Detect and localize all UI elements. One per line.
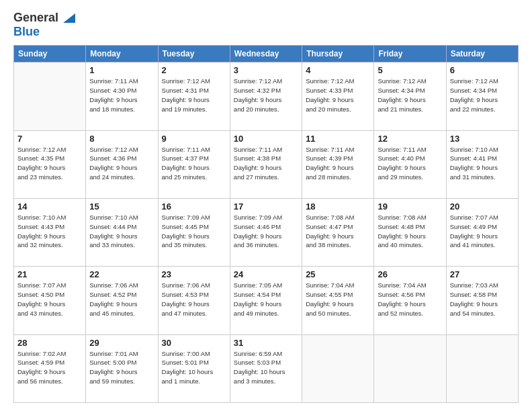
calendar-cell: 31Sunrise: 6:59 AMSunset: 5:03 PMDayligh… [230,334,302,402]
calendar-cell [374,334,446,402]
day-info: Sunrise: 7:07 AMSunset: 4:49 PMDaylight:… [450,213,515,250]
calendar-cell: 29Sunrise: 7:01 AMSunset: 5:00 PMDayligh… [86,334,158,402]
day-number: 29 [89,338,154,348]
calendar-cell: 21Sunrise: 7:07 AMSunset: 4:50 PMDayligh… [14,267,86,334]
day-number: 23 [162,269,226,279]
calendar-cell: 13Sunrise: 7:10 AMSunset: 4:41 PMDayligh… [446,130,518,198]
calendar-cell [14,62,86,130]
day-number: 4 [306,65,370,75]
day-number: 15 [89,201,154,212]
calendar-cell: 9Sunrise: 7:11 AMSunset: 4:37 PMDaylight… [158,130,230,198]
logo: General Blue [13,11,75,38]
day-number: 14 [17,201,82,212]
day-number: 24 [234,269,298,279]
day-info: Sunrise: 7:02 AMSunset: 4:59 PMDaylight:… [17,349,82,386]
day-info: Sunrise: 7:12 AMSunset: 4:35 PMDaylight:… [17,145,82,182]
calendar-cell: 4Sunrise: 7:12 AMSunset: 4:33 PMDaylight… [302,62,374,130]
day-info: Sunrise: 7:10 AMSunset: 4:44 PMDaylight:… [89,213,154,250]
day-number: 6 [450,65,515,75]
calendar-cell [446,334,518,402]
calendar-cell: 27Sunrise: 7:03 AMSunset: 4:58 PMDayligh… [446,267,518,334]
day-number: 3 [234,65,298,75]
day-info: Sunrise: 7:06 AMSunset: 4:52 PMDaylight:… [89,281,154,318]
day-number: 17 [234,201,298,212]
day-info: Sunrise: 7:00 AMSunset: 5:01 PMDaylight:… [162,349,226,386]
calendar-cell: 30Sunrise: 7:00 AMSunset: 5:01 PMDayligh… [158,334,230,402]
day-info: Sunrise: 7:12 AMSunset: 4:32 PMDaylight:… [234,77,298,113]
day-number: 2 [162,65,226,75]
calendar-cell: 11Sunrise: 7:11 AMSunset: 4:39 PMDayligh… [302,130,374,198]
calendar-cell: 25Sunrise: 7:04 AMSunset: 4:55 PMDayligh… [302,267,374,334]
day-number: 1 [89,65,154,75]
day-number: 8 [89,134,154,144]
calendar-cell: 7Sunrise: 7:12 AMSunset: 4:35 PMDaylight… [14,130,86,198]
day-number: 7 [17,134,82,144]
calendar-cell: 8Sunrise: 7:12 AMSunset: 4:36 PMDaylight… [86,130,158,198]
day-info: Sunrise: 7:05 AMSunset: 4:54 PMDaylight:… [234,281,298,318]
day-info: Sunrise: 6:59 AMSunset: 5:03 PMDaylight:… [234,349,298,386]
day-info: Sunrise: 7:03 AMSunset: 4:58 PMDaylight:… [450,281,515,318]
calendar-cell: 18Sunrise: 7:08 AMSunset: 4:47 PMDayligh… [302,199,374,267]
calendar-week-1: 1Sunrise: 7:11 AMSunset: 4:30 PMDaylight… [14,62,519,130]
calendar-cell: 24Sunrise: 7:05 AMSunset: 4:54 PMDayligh… [230,267,302,334]
weekday-header-wednesday: Wednesday [230,46,302,62]
day-number: 26 [378,269,442,279]
calendar-week-4: 21Sunrise: 7:07 AMSunset: 4:50 PMDayligh… [14,267,519,334]
day-number: 27 [450,269,515,279]
day-info: Sunrise: 7:07 AMSunset: 4:50 PMDaylight:… [17,281,82,318]
calendar-cell: 3Sunrise: 7:12 AMSunset: 4:32 PMDaylight… [230,62,302,130]
calendar-cell: 12Sunrise: 7:11 AMSunset: 4:40 PMDayligh… [374,130,446,198]
day-info: Sunrise: 7:11 AMSunset: 4:38 PMDaylight:… [234,145,298,182]
calendar-cell: 19Sunrise: 7:08 AMSunset: 4:48 PMDayligh… [374,199,446,267]
day-number: 21 [17,269,82,279]
day-info: Sunrise: 7:10 AMSunset: 4:43 PMDaylight:… [17,213,82,250]
calendar-week-2: 7Sunrise: 7:12 AMSunset: 4:35 PMDaylight… [14,130,519,198]
calendar-cell: 15Sunrise: 7:10 AMSunset: 4:44 PMDayligh… [86,199,158,267]
day-info: Sunrise: 7:06 AMSunset: 4:53 PMDaylight:… [162,281,226,318]
day-number: 28 [17,338,82,348]
day-number: 30 [162,338,226,348]
day-info: Sunrise: 7:12 AMSunset: 4:34 PMDaylight:… [378,77,442,113]
day-number: 25 [306,269,370,279]
day-number: 10 [234,134,298,144]
calendar-cell: 10Sunrise: 7:11 AMSunset: 4:38 PMDayligh… [230,130,302,198]
page: General Blue SundayMondayTuesdayWednesda… [0,0,532,411]
day-info: Sunrise: 7:08 AMSunset: 4:48 PMDaylight:… [378,213,442,250]
calendar-cell: 6Sunrise: 7:12 AMSunset: 4:34 PMDaylight… [446,62,518,130]
day-info: Sunrise: 7:09 AMSunset: 4:45 PMDaylight:… [162,213,226,250]
day-number: 18 [306,201,370,212]
day-number: 16 [162,201,226,212]
calendar-cell: 17Sunrise: 7:09 AMSunset: 4:46 PMDayligh… [230,199,302,267]
calendar-week-5: 28Sunrise: 7:02 AMSunset: 4:59 PMDayligh… [14,334,519,402]
calendar-cell: 22Sunrise: 7:06 AMSunset: 4:52 PMDayligh… [86,267,158,334]
calendar-cell: 28Sunrise: 7:02 AMSunset: 4:59 PMDayligh… [14,334,86,402]
day-number: 5 [378,65,442,75]
day-info: Sunrise: 7:04 AMSunset: 4:55 PMDaylight:… [306,281,370,318]
calendar-cell: 2Sunrise: 7:12 AMSunset: 4:31 PMDaylight… [158,62,230,130]
day-info: Sunrise: 7:04 AMSunset: 4:56 PMDaylight:… [378,281,442,318]
day-info: Sunrise: 7:12 AMSunset: 4:31 PMDaylight:… [162,77,226,113]
day-number: 9 [162,134,226,144]
header: General Blue [13,11,519,38]
calendar-cell: 1Sunrise: 7:11 AMSunset: 4:30 PMDaylight… [86,62,158,130]
day-info: Sunrise: 7:12 AMSunset: 4:33 PMDaylight:… [306,77,370,113]
weekday-header-tuesday: Tuesday [158,46,230,62]
calendar-cell [302,334,374,402]
calendar-cell: 23Sunrise: 7:06 AMSunset: 4:53 PMDayligh… [158,267,230,334]
weekday-header-thursday: Thursday [302,46,374,62]
day-number: 31 [234,338,298,348]
calendar-table: SundayMondayTuesdayWednesdayThursdayFrid… [13,45,519,403]
day-info: Sunrise: 7:09 AMSunset: 4:46 PMDaylight:… [234,213,298,250]
day-number: 13 [450,134,515,144]
calendar-cell: 26Sunrise: 7:04 AMSunset: 4:56 PMDayligh… [374,267,446,334]
day-info: Sunrise: 7:11 AMSunset: 4:40 PMDaylight:… [378,145,442,182]
weekday-header-monday: Monday [86,46,158,62]
day-info: Sunrise: 7:11 AMSunset: 4:39 PMDaylight:… [306,145,370,182]
day-number: 22 [89,269,154,279]
svg-marker-0 [63,13,75,23]
calendar-week-3: 14Sunrise: 7:10 AMSunset: 4:43 PMDayligh… [14,199,519,267]
calendar-cell: 14Sunrise: 7:10 AMSunset: 4:43 PMDayligh… [14,199,86,267]
day-info: Sunrise: 7:01 AMSunset: 5:00 PMDaylight:… [89,349,154,386]
day-info: Sunrise: 7:11 AMSunset: 4:30 PMDaylight:… [89,77,154,113]
weekday-header-saturday: Saturday [446,46,518,62]
